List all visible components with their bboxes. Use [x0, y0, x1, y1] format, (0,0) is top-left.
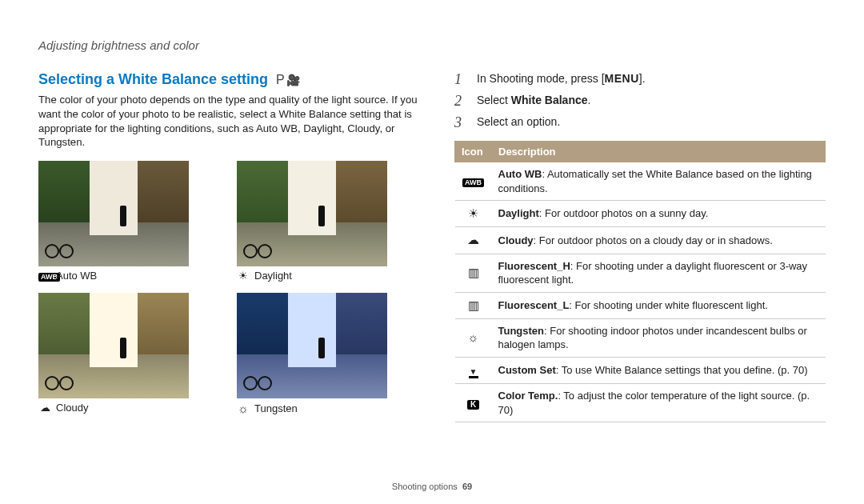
bulb-icon: ☼: [237, 402, 250, 415]
color-temp--icon: K: [455, 384, 492, 422]
table-row: ▥Fluorescent_L: For shooting under white…: [455, 292, 826, 318]
fluorescent-l-icon: ▥: [455, 292, 492, 318]
table-row: ▥Fluorescent_H: For shooting under a day…: [455, 254, 826, 292]
label-text: Auto WB: [56, 270, 97, 282]
label-text: Cloudy: [56, 402, 88, 414]
thumb-autowb: [38, 161, 189, 266]
awb-icon: AWB: [38, 270, 51, 282]
table-row: ☀Daylight: For outdoor photos on a sunny…: [455, 201, 826, 227]
thumb-daylight-label: ☀ Daylight: [237, 270, 422, 282]
breadcrumb: Adjusting brightness and color: [38, 38, 826, 52]
option-description: Color Temp.: To adjust the color tempera…: [492, 384, 826, 422]
col-icon: Icon: [455, 142, 492, 162]
thumb-daylight-cell: ☀ Daylight: [237, 161, 422, 288]
daylight-icon: ☀: [455, 201, 492, 227]
mode-p-icon: P: [276, 73, 285, 87]
example-grid: AWB Auto WB ☀ Daylight ☁ Clo: [38, 161, 422, 422]
step-3: 3 Select an option.: [454, 114, 826, 131]
option-description: Cloudy: For outdoor photos on a cloudy d…: [492, 227, 826, 254]
option-description: Daylight: For outdoor photos on a sunny …: [492, 201, 826, 227]
cloudy-icon: ☁: [455, 227, 492, 254]
step-1: 1 In Shooting mode, press [MENU].: [454, 71, 826, 88]
sun-icon: ☀: [237, 270, 250, 282]
thumb-tungsten: [237, 293, 387, 398]
step-text: Select White Balance.: [477, 93, 590, 110]
page-title: Selecting a White Balance setting P 🎥: [38, 71, 422, 88]
table-row: ☁Cloudy: For outdoor photos on a cloudy …: [455, 227, 826, 254]
custom-set-icon: ▼: [455, 358, 492, 384]
fluorescent-h-icon: ▥: [455, 254, 492, 292]
option-description: Tungsten: For shooting indoor photos und…: [492, 318, 826, 357]
step-number: 2: [454, 93, 469, 110]
label-text: Daylight: [254, 270, 292, 282]
title-text: Selecting a White Balance setting: [38, 71, 268, 88]
cloud-icon: ☁: [38, 402, 51, 414]
page-footer: Shooting options 69: [0, 482, 864, 491]
table-row: ▼Custom Set: To use White Balance settin…: [455, 358, 826, 384]
table-row: ☼Tungsten: For shooting indoor photos un…: [455, 318, 826, 357]
thumb-autowb-label: AWB Auto WB: [38, 270, 224, 282]
thumb-autowb-cell: AWB Auto WB: [38, 161, 224, 288]
steps-list: 1 In Shooting mode, press [MENU]. 2 Sele…: [454, 71, 826, 131]
option-description: Fluorescent_L: For shooting under white …: [492, 292, 826, 318]
thumb-tungsten-label: ☼ Tungsten: [237, 402, 422, 415]
thumb-cloudy: [38, 293, 189, 398]
options-table: Icon Description AWBAuto WB: Automatical…: [454, 141, 826, 422]
option-description: Custom Set: To use White Balance setting…: [492, 358, 826, 384]
step-number: 3: [454, 114, 469, 131]
table-row: KColor Temp.: To adjust the color temper…: [455, 384, 826, 422]
right-column: 1 In Shooting mode, press [MENU]. 2 Sele…: [454, 71, 826, 422]
option-description: Auto WB: Automatically set the White Bal…: [492, 162, 826, 201]
col-description: Description: [492, 142, 826, 162]
mode-icons: P 🎥: [276, 73, 300, 87]
thumb-cloudy-cell: ☁ Cloudy: [38, 293, 224, 422]
table-row: AWBAuto WB: Automatically set the White …: [455, 162, 826, 201]
footer-section: Shooting options: [392, 482, 458, 491]
body-paragraph: The color of your photo depends on the t…: [38, 93, 422, 150]
step-2: 2 Select White Balance.: [454, 93, 826, 110]
step-text: Select an option.: [477, 114, 560, 131]
auto-wb-icon: AWB: [455, 162, 492, 201]
footer-page-number: 69: [462, 482, 472, 491]
thumb-cloudy-label: ☁ Cloudy: [38, 402, 224, 414]
thumb-daylight: [237, 161, 387, 266]
menu-key-icon: MENU: [605, 72, 639, 85]
thumb-tungsten-cell: ☼ Tungsten: [237, 293, 422, 422]
step-text: In Shooting mode, press [MENU].: [477, 71, 646, 88]
step-number: 1: [454, 71, 469, 88]
label-text: Tungsten: [254, 402, 298, 414]
movie-mode-icon: 🎥: [286, 74, 300, 86]
left-column: Selecting a White Balance setting P 🎥 Th…: [38, 71, 422, 422]
option-description: Fluorescent_H: For shooting under a dayl…: [492, 254, 826, 292]
tungsten-icon: ☼: [455, 318, 492, 357]
